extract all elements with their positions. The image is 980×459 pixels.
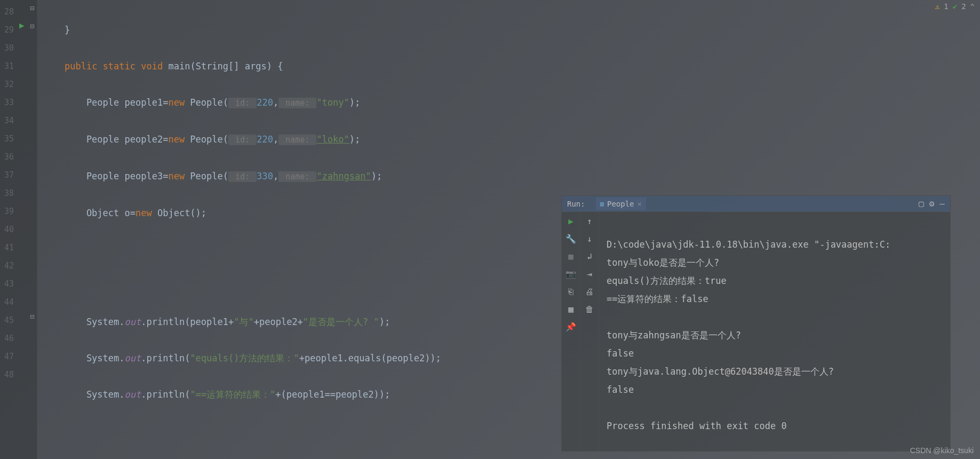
wrench-icon[interactable]: 🔧 bbox=[565, 234, 576, 244]
layout-icon[interactable]: ▢ bbox=[919, 199, 924, 209]
code-line bbox=[43, 276, 441, 295]
down-icon[interactable]: ↓ bbox=[587, 234, 592, 244]
code-line bbox=[43, 240, 441, 258]
code-line: System.out.println("equals()方法的结果："+peop… bbox=[43, 349, 441, 367]
line-number: 37 bbox=[0, 166, 16, 184]
line-number: 35 bbox=[0, 130, 16, 148]
line-number: 47 bbox=[0, 347, 16, 366]
code-line: People people2=new People( id: 220, name… bbox=[43, 130, 441, 149]
line-number: 39 bbox=[0, 202, 16, 220]
line-number: 42 bbox=[0, 257, 16, 275]
line-number: 29 bbox=[0, 21, 16, 39]
run-panel: Run: ▦ People × ▢ ⚙ — ▶ 🔧 ■ 📷 ⎗ ▦ 📌 bbox=[561, 195, 951, 452]
output-line: false bbox=[607, 348, 634, 359]
output-line: false bbox=[607, 384, 634, 395]
run-tab[interactable]: ▦ People × bbox=[596, 197, 646, 210]
code-editor[interactable]: } public static void main(String[] args)… bbox=[43, 3, 441, 459]
up-icon[interactable]: ↑ bbox=[587, 216, 592, 226]
scroll-end-icon[interactable]: ⇥ bbox=[587, 269, 592, 279]
output-line: Process finished with exit code 0 bbox=[607, 421, 787, 431]
code-line: People people3=new People( id: 330, name… bbox=[43, 167, 441, 186]
print-icon[interactable]: 🖨 bbox=[585, 287, 594, 297]
code-line: } bbox=[43, 21, 441, 39]
warning-icon: ⚠ bbox=[935, 2, 939, 11]
output-line: D:\code\java\jdk-11.0.18\bin\java.exe "-… bbox=[607, 239, 890, 250]
pin-icon[interactable]: 📌 bbox=[565, 322, 576, 332]
code-line: System.out.println("==运算符的结果："+(people1=… bbox=[43, 385, 441, 403]
editor-area: 28 29 30 31 32 33 34 35 36 37 38 39 40 4… bbox=[0, 0, 980, 459]
output-line: tony与loko是否是一个人? bbox=[607, 257, 719, 268]
console-output[interactable]: D:\code\java\jdk-11.0.18\bin\java.exe "-… bbox=[599, 212, 950, 451]
rerun-icon[interactable]: ▶ bbox=[568, 216, 573, 226]
line-number: 32 bbox=[0, 75, 16, 93]
line-number: 44 bbox=[0, 293, 16, 311]
line-number: 28 bbox=[0, 3, 16, 21]
gutter: 28 29 30 31 32 33 34 35 36 37 38 39 40 4… bbox=[0, 0, 37, 459]
camera-icon[interactable]: 📷 bbox=[565, 269, 576, 279]
warning-count: 1 bbox=[944, 2, 948, 11]
output-line: tony与zahngsan是否是一个人? bbox=[607, 330, 741, 341]
run-tab-name: People bbox=[607, 200, 634, 208]
inspection-status[interactable]: ⚠1 ✔2 ⌃ bbox=[935, 2, 975, 11]
typo-icon: ✔ bbox=[953, 2, 957, 11]
line-numbers: 28 29 30 31 32 33 34 35 36 37 38 39 40 4… bbox=[0, 0, 16, 384]
application-icon: ▦ bbox=[600, 200, 604, 208]
line-number: 41 bbox=[0, 239, 16, 257]
minimize-icon[interactable]: — bbox=[939, 199, 945, 209]
line-number: 30 bbox=[0, 39, 16, 57]
run-gutter-icon[interactable]: ▶ bbox=[19, 20, 25, 30]
exit-icon[interactable]: ⎗ bbox=[568, 287, 573, 297]
watermark: CSDN @kiko_tsuki bbox=[910, 446, 974, 455]
close-tab-icon[interactable]: × bbox=[638, 200, 642, 208]
gear-icon[interactable]: ⚙ bbox=[929, 199, 935, 209]
soft-wrap-icon[interactable]: ↲ bbox=[587, 251, 592, 262]
line-number: 36 bbox=[0, 148, 16, 166]
code-line: People people1=new People( id: 220, name… bbox=[43, 93, 441, 112]
fold-icon[interactable]: ⊟ bbox=[30, 312, 34, 321]
output-line: equals()方法的结果：true bbox=[607, 275, 727, 286]
line-number: 38 bbox=[0, 184, 16, 202]
line-number: 46 bbox=[0, 329, 16, 347]
code-line: Object o=new Object(); bbox=[43, 204, 441, 222]
line-number: 34 bbox=[0, 112, 16, 130]
code-line bbox=[43, 422, 441, 440]
output-line: tony与java.lang.Object@62043840是否是一个人? bbox=[607, 366, 834, 377]
trash-icon[interactable]: 🗑 bbox=[585, 304, 594, 314]
layout-settings-icon[interactable]: ▦ bbox=[568, 304, 573, 314]
line-number: 48 bbox=[0, 366, 16, 384]
code-line: System.out.println(people1+"与"+people2+"… bbox=[43, 313, 441, 331]
chevron-up-icon[interactable]: ⌃ bbox=[970, 2, 975, 11]
code-line: public static void main(String[] args) { bbox=[43, 57, 441, 75]
output-line: ==运算符的结果：false bbox=[607, 294, 708, 304]
run-body: ▶ 🔧 ■ 📷 ⎗ ▦ 📌 ↑ ↓ ↲ ⇥ 🖨 🗑 D:\code\java\j… bbox=[562, 212, 950, 451]
line-number: 40 bbox=[0, 220, 16, 239]
line-number: 31 bbox=[0, 57, 16, 75]
run-label: Run: bbox=[567, 200, 585, 208]
run-toolbar-primary: ▶ 🔧 ■ 📷 ⎗ ▦ 📌 bbox=[562, 212, 580, 451]
line-number: 33 bbox=[0, 93, 16, 112]
run-header: Run: ▦ People × ▢ ⚙ — bbox=[562, 196, 950, 212]
fold-icon[interactable]: ⊟ bbox=[30, 22, 34, 30]
run-toolbar-secondary: ↑ ↓ ↲ ⇥ 🖨 🗑 bbox=[580, 212, 599, 451]
line-number: 45 bbox=[0, 311, 16, 329]
typo-count: 2 bbox=[961, 2, 966, 11]
fold-icon[interactable]: ⊟ bbox=[30, 4, 34, 12]
line-number: 43 bbox=[0, 275, 16, 293]
stop-icon[interactable]: ■ bbox=[568, 251, 573, 262]
